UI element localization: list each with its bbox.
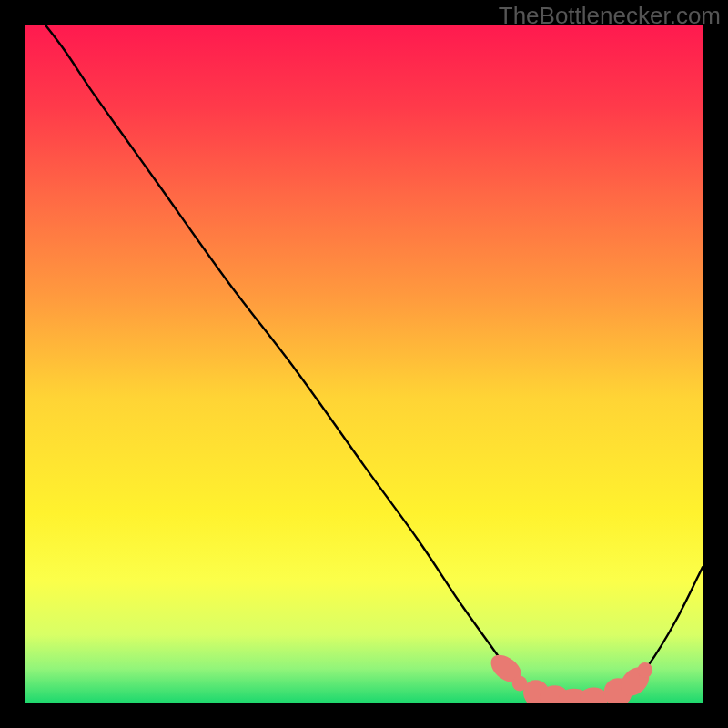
chart-svg [25, 25, 703, 703]
watermark-text: TheBottlenecker.com [499, 2, 721, 30]
chart-container: TheBottlenecker.com [0, 0, 728, 728]
gradient-background [25, 25, 703, 703]
data-marker [637, 662, 652, 678]
plot-area [25, 25, 703, 703]
